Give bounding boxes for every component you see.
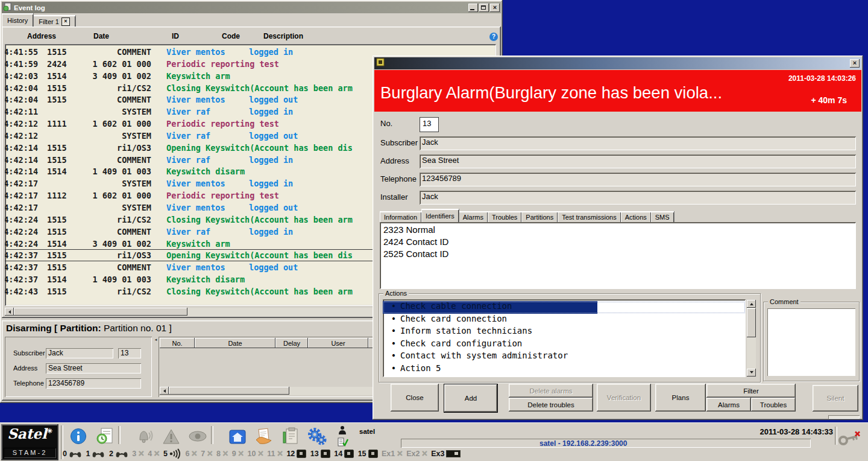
address-field[interactable]: Sea Street — [420, 154, 856, 168]
tab-sms[interactable]: SMS — [651, 211, 674, 222]
tab-partitions[interactable]: Partitions — [521, 211, 558, 222]
channel-Ex3[interactable]: Ex3 — [431, 450, 461, 458]
delete-alarms-button[interactable]: Delete alarms — [509, 384, 593, 398]
help-icon[interactable]: ? — [489, 33, 498, 41]
key-lock-icon[interactable] — [838, 431, 861, 449]
action-item[interactable]: •Inform station technicians — [383, 326, 746, 339]
tab-test-transmissions[interactable]: Test transmissions — [558, 211, 620, 222]
partition-table-hscrollbar[interactable] — [160, 387, 377, 395]
x-icon: × — [277, 450, 283, 457]
event-description: Viver raf — [166, 107, 210, 116]
tab-history[interactable]: History — [2, 13, 33, 27]
toolbar-eye-icon[interactable] — [187, 427, 208, 446]
toolbar-info-icon[interactable] — [68, 427, 89, 446]
tab-identifiers[interactable]: Identifiers — [421, 209, 459, 222]
close-button[interactable]: × — [850, 59, 860, 68]
channel-0[interactable]: 0 — [63, 450, 82, 458]
channel-15[interactable]: 15 — [358, 450, 378, 458]
subscriber-field[interactable]: Jack — [46, 348, 113, 358]
action-item[interactable]: •Check card connection — [383, 314, 746, 326]
toolbar-home-icon[interactable] — [227, 427, 248, 446]
verification-button[interactable]: Verification — [597, 384, 651, 412]
subscriber-number-field[interactable]: 13 — [118, 348, 141, 358]
action-item[interactable]: •Check cable connection — [383, 301, 746, 314]
channel-6[interactable]: 6× — [185, 450, 197, 458]
event-description: Periodic reporting test — [166, 119, 279, 129]
subscriber-field[interactable]: Jack — [420, 136, 856, 150]
toolbar-reports-icon[interactable] — [254, 427, 274, 446]
comment-textarea[interactable] — [767, 308, 855, 376]
tab-alarms[interactable]: Alarms — [459, 211, 488, 222]
maximize-button[interactable] — [479, 4, 489, 12]
card-icon — [321, 450, 330, 458]
channel-10[interactable]: 10× — [248, 450, 263, 458]
close-alarm-button[interactable]: Close — [391, 384, 439, 412]
filter-button[interactable]: Filter — [706, 384, 796, 398]
telephone-field[interactable]: 123456789 — [420, 173, 856, 186]
channel-Ex2[interactable]: Ex2× — [406, 450, 427, 458]
channel-5[interactable]: 5 — [163, 448, 181, 459]
identifier-item[interactable]: 2323 Normal — [383, 224, 852, 237]
toolbar-settings-icon[interactable] — [307, 427, 327, 446]
scroll-thumb[interactable] — [14, 308, 187, 316]
scroll-left-button[interactable] — [160, 387, 169, 395]
panel-splitter[interactable]: ◄ — [154, 337, 158, 397]
channel-4[interactable]: 4× — [148, 450, 159, 458]
tab-label: History — [7, 17, 28, 24]
silent-button[interactable]: Silent — [813, 385, 858, 412]
event-log-titlebar[interactable]: Event log × — [2, 2, 501, 13]
identifiers-list[interactable]: 2323 Normal2424 Contact ID2525 Contact I… — [380, 222, 856, 289]
action-item[interactable]: •Contact with system administrator — [383, 351, 746, 363]
action-text: Contact with system administrator — [400, 351, 568, 360]
identifier-item[interactable]: 2525 Contact ID — [383, 249, 852, 261]
scroll-up-button[interactable] — [747, 300, 756, 308]
scroll-down-button[interactable] — [747, 369, 756, 377]
channel-11[interactable]: 11× — [267, 450, 283, 458]
scroll-thumb[interactable] — [169, 387, 289, 395]
tab-actions[interactable]: Actions — [621, 211, 651, 222]
scroll-thumb[interactable] — [747, 308, 756, 337]
channel-2[interactable]: 2 — [109, 450, 128, 458]
toolbar-warning-icon[interactable] — [161, 427, 181, 446]
close-button[interactable]: × — [490, 4, 500, 12]
toolbar-event-history-icon[interactable] — [95, 427, 115, 446]
event-code: SYSTEM — [80, 203, 151, 212]
tab-information[interactable]: Information — [380, 211, 421, 222]
alarm-titlebar[interactable]: × — [374, 57, 861, 69]
filter-troubles-button[interactable]: Troubles — [751, 398, 796, 412]
channel-14[interactable]: 14 — [334, 450, 354, 458]
actions-list[interactable]: •Check cable connection•Check card conne… — [383, 299, 746, 377]
identifier-item[interactable]: 2424 Contact ID — [383, 237, 852, 249]
plans-button[interactable]: Plans — [655, 384, 706, 412]
add-button[interactable]: Add — [444, 384, 498, 413]
action-item[interactable]: •Check card configuration — [383, 339, 746, 351]
channel-7[interactable]: 7× — [201, 450, 212, 458]
channel-13[interactable]: 13 — [310, 450, 330, 458]
minimize-button[interactable] — [468, 4, 478, 12]
toolbar-bell-icon[interactable] — [134, 427, 155, 446]
channel-8[interactable]: 8× — [216, 450, 228, 458]
action-item[interactable]: •Action 5 — [383, 363, 746, 376]
no-field[interactable]: 13 — [420, 117, 439, 132]
installer-field[interactable]: Jack — [420, 191, 856, 205]
event-account: 1515 — [47, 47, 67, 57]
filter-alarms-button[interactable]: Alarms — [706, 398, 751, 412]
desktop: Event log × History Filter 1 × AddressDa… — [0, 0, 868, 461]
address-field[interactable]: Sea Street — [46, 363, 141, 374]
close-filter-tab-icon[interactable]: × — [61, 17, 70, 26]
channel-Ex1[interactable]: Ex1× — [382, 450, 403, 458]
channel-12[interactable]: 12 — [286, 450, 306, 458]
actions-vscrollbar[interactable] — [747, 300, 756, 377]
channel-1[interactable]: 1 — [86, 450, 105, 458]
scroll-left-button[interactable] — [5, 308, 14, 316]
event-code: ri1/OS3 — [80, 143, 151, 153]
splitter-left-icon[interactable]: ◄ — [154, 338, 158, 342]
channel-3[interactable]: 3× — [132, 450, 143, 458]
tab-troubles[interactable]: Troubles — [488, 211, 521, 222]
delete-troubles-button[interactable]: Delete troubles — [509, 398, 593, 412]
channel-9[interactable]: 9× — [232, 450, 244, 458]
event-description: Viver mentos — [166, 262, 225, 272]
tab-filter-1[interactable]: Filter 1 × — [33, 15, 75, 27]
toolbar-notes-icon[interactable] — [280, 427, 301, 446]
telephone-field[interactable]: 123456789 — [46, 378, 141, 389]
